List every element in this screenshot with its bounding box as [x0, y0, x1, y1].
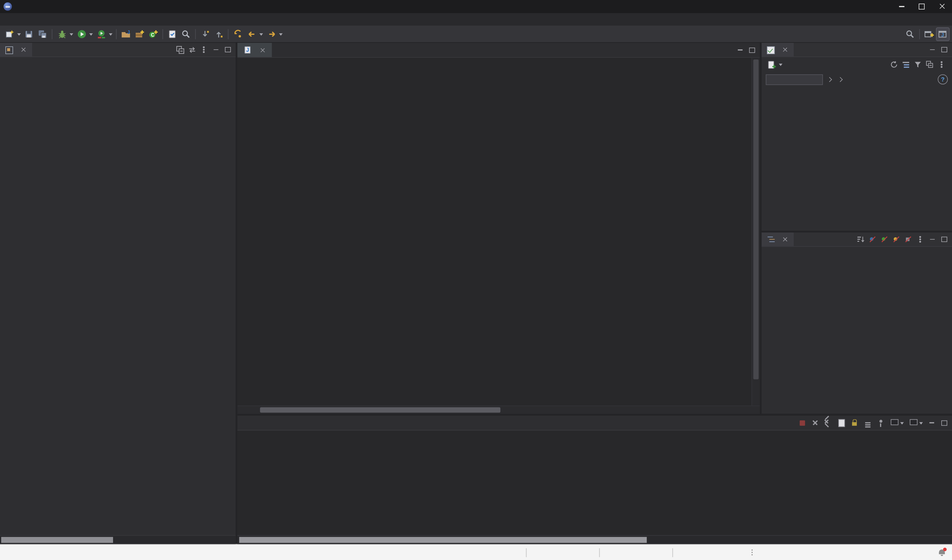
view-menu-icon[interactable]	[199, 45, 209, 55]
pin-console-button[interactable]	[875, 418, 886, 428]
previous-annotation-button[interactable]	[212, 27, 226, 41]
console-output[interactable]	[238, 430, 952, 535]
editor-tab-app-java[interactable]	[238, 43, 273, 57]
remove-all-terminated-button[interactable]	[823, 418, 833, 428]
maximize-view-icon[interactable]	[746, 45, 757, 55]
package-explorer-hscrollbar[interactable]	[0, 535, 236, 544]
coverage-button[interactable]	[94, 27, 114, 41]
code-area[interactable]	[260, 58, 752, 406]
close-icon[interactable]	[781, 236, 789, 243]
minimize-view-icon[interactable]	[927, 45, 937, 55]
find-input[interactable]	[766, 74, 823, 85]
word-wrap-button[interactable]	[862, 418, 873, 428]
close-icon[interactable]	[781, 46, 789, 54]
task-list-icon	[766, 45, 775, 54]
window-close-button[interactable]	[932, 0, 952, 13]
package-explorer-icon	[5, 45, 14, 54]
code-editor[interactable]	[238, 58, 760, 406]
new-java-project-button[interactable]: J	[119, 27, 133, 41]
save-button[interactable]	[22, 27, 36, 41]
dropdown-caret-icon[interactable]	[69, 31, 74, 37]
sort-icon[interactable]	[856, 234, 866, 244]
outline-tab[interactable]	[762, 233, 794, 246]
next-annotation-button[interactable]	[198, 27, 212, 41]
run-button[interactable]	[74, 27, 94, 41]
dropdown-caret-icon[interactable]	[778, 61, 783, 68]
minimize-view-icon[interactable]	[735, 45, 745, 55]
new-wizard-icon	[3, 27, 17, 41]
display-selected-console-button[interactable]	[888, 418, 905, 428]
new-task-button[interactable]	[764, 58, 784, 71]
toolbar-separator	[228, 29, 229, 39]
hide-non-public-icon[interactable]	[891, 234, 901, 244]
scroll-lock-button[interactable]	[849, 418, 860, 428]
new-wizard-button[interactable]	[2, 27, 22, 41]
new-package-button[interactable]	[133, 27, 147, 41]
java-file-icon	[243, 45, 253, 55]
hide-static-members-icon[interactable]	[879, 234, 890, 244]
collapse-all-icon[interactable]	[175, 45, 185, 55]
window-minimize-button[interactable]	[891, 0, 912, 13]
open-task-button[interactable]	[165, 27, 179, 41]
activate-dropdown[interactable]	[838, 77, 844, 82]
menu-bar	[0, 13, 952, 26]
open-console-button[interactable]	[907, 418, 924, 428]
save-all-button[interactable]	[36, 27, 49, 41]
last-edit-location-button[interactable]	[231, 27, 245, 41]
scrollbar-thumb[interactable]	[260, 407, 501, 413]
link-with-editor-icon[interactable]	[187, 45, 197, 55]
status-menu-dots[interactable]	[748, 548, 756, 557]
maximize-view-icon[interactable]	[939, 418, 949, 428]
dropdown-caret-icon[interactable]	[108, 31, 113, 37]
back-button[interactable]	[245, 27, 264, 41]
remove-launch-button[interactable]	[810, 418, 821, 428]
scrollbar-thumb[interactable]	[753, 60, 759, 380]
debug-button[interactable]	[55, 27, 74, 41]
view-menu-icon[interactable]	[937, 60, 947, 69]
notification-bell-icon[interactable]	[937, 547, 947, 558]
dropdown-caret-icon[interactable]	[278, 31, 283, 37]
maximize-view-icon[interactable]	[939, 45, 949, 55]
minimize-view-icon[interactable]	[211, 45, 221, 55]
collapse-all-icon[interactable]	[925, 60, 935, 69]
window-maximize-button[interactable]	[912, 0, 932, 13]
help-icon[interactable]: ?	[938, 74, 948, 85]
open-perspective-button[interactable]	[922, 27, 936, 41]
quick-access-search-icon[interactable]	[903, 27, 917, 41]
terminate-button[interactable]	[797, 418, 807, 428]
scrollbar-thumb[interactable]	[1, 537, 113, 543]
search-button[interactable]	[179, 27, 193, 41]
scrollbar-thumb[interactable]	[239, 537, 647, 543]
svg-text:J: J	[127, 29, 130, 34]
minimize-view-icon[interactable]	[927, 234, 937, 244]
new-class-button[interactable]: C	[147, 27, 160, 41]
dropdown-caret-icon[interactable]	[919, 420, 923, 426]
hide-fields-icon[interactable]	[867, 234, 878, 244]
clear-console-button[interactable]	[836, 418, 847, 428]
maximize-view-icon[interactable]	[939, 234, 949, 244]
scope-all-dropdown[interactable]	[827, 77, 833, 82]
minimize-view-icon[interactable]	[926, 418, 937, 428]
editor-vscrollbar[interactable]	[751, 58, 760, 406]
dropdown-caret-icon[interactable]	[259, 31, 264, 37]
filter-icon[interactable]	[913, 60, 923, 69]
hide-local-types-icon[interactable]	[903, 234, 913, 244]
task-list-tab[interactable]	[762, 43, 794, 57]
dropdown-caret-icon[interactable]	[899, 420, 904, 426]
categorized-view-icon[interactable]	[901, 60, 911, 69]
package-explorer-tab[interactable]	[0, 43, 32, 57]
console-hscrollbar[interactable]	[238, 535, 952, 544]
svg-text:J: J	[941, 32, 944, 37]
close-icon[interactable]	[20, 46, 27, 54]
dropdown-caret-icon[interactable]	[17, 31, 22, 37]
dropdown-caret-icon[interactable]	[89, 31, 93, 37]
maximize-view-icon[interactable]	[223, 45, 233, 55]
status-separator	[599, 548, 600, 557]
view-menu-icon[interactable]	[915, 234, 925, 244]
editor-hscrollbar[interactable]	[238, 406, 760, 414]
synchronize-icon[interactable]	[889, 60, 899, 69]
java-perspective-button[interactable]: J	[936, 27, 950, 41]
close-icon[interactable]	[259, 46, 267, 54]
forward-button[interactable]	[264, 27, 284, 41]
console-terminated-line	[240, 453, 952, 463]
